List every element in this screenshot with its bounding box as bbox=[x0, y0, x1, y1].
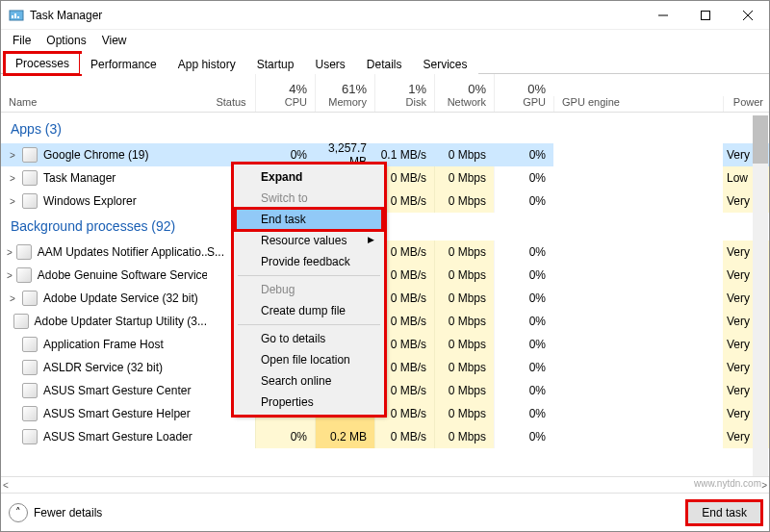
expand-chevron-icon[interactable]: > bbox=[7, 150, 18, 161]
ctx-search-online[interactable]: Search online bbox=[236, 370, 382, 392]
menu-bar: File Options View bbox=[1, 30, 769, 51]
process-name: Adobe Update Service (32 bit) bbox=[43, 291, 198, 305]
cell-network: 0 Mbps bbox=[434, 402, 494, 425]
fewer-details-button[interactable]: ˄ Fewer details bbox=[9, 503, 102, 522]
menu-file[interactable]: File bbox=[5, 32, 38, 49]
scroll-left-icon[interactable]: < bbox=[3, 480, 9, 491]
expand-chevron-icon[interactable]: > bbox=[7, 247, 13, 258]
ctx-resource-values[interactable]: Resource values▶ bbox=[236, 230, 382, 251]
process-row[interactable]: >Adobe Genuine Software Service ...0 MB/… bbox=[1, 264, 769, 287]
chevron-up-icon: ˄ bbox=[9, 503, 28, 522]
col-name[interactable]: Name bbox=[1, 96, 207, 112]
cell-gpu: 0% bbox=[494, 287, 553, 310]
cell-network: 0 Mbps bbox=[434, 166, 494, 190]
process-row[interactable]: >AAM Updates Notifier Applicatio...S...0… bbox=[1, 241, 769, 264]
tab-processes[interactable]: Processes bbox=[5, 53, 80, 74]
scrollbar-thumb[interactable] bbox=[753, 115, 768, 164]
process-name: Task Manager bbox=[43, 171, 116, 185]
tab-startup[interactable]: Startup bbox=[246, 54, 305, 74]
process-icon bbox=[22, 360, 38, 375]
process-row[interactable]: >Windows Explorer0 MB/s0 Mbps0%Very bbox=[1, 190, 769, 213]
process-row[interactable]: ASLDR Service (32 bit)0%0.1 MB0 MB/s0 Mb… bbox=[1, 356, 769, 379]
process-row[interactable]: >Task Manager0 MB/s0 Mbps0%Low bbox=[1, 166, 769, 190]
process-row[interactable]: ASUS Smart Gesture Helper0%0.1 MB0 MB/s0… bbox=[1, 402, 769, 425]
ctx-go-to-details[interactable]: Go to details bbox=[236, 328, 382, 349]
column-headers: Name Status 4%CPU 61%Memory 1%Disk 0%Net… bbox=[1, 74, 769, 113]
end-task-button[interactable]: End task bbox=[687, 501, 761, 524]
cell-gpu: 0% bbox=[494, 190, 553, 213]
process-icon bbox=[22, 147, 38, 163]
tab-performance[interactable]: Performance bbox=[80, 54, 167, 74]
ctx-end-task[interactable]: End task bbox=[236, 209, 382, 230]
cell-gpu-engine bbox=[553, 166, 723, 190]
cell-memory: 0.2 MB bbox=[315, 425, 374, 448]
window-title: Task Manager bbox=[30, 9, 642, 22]
tab-users[interactable]: Users bbox=[304, 54, 355, 74]
cell-gpu-engine bbox=[553, 310, 723, 333]
col-status[interactable]: Status bbox=[207, 96, 255, 112]
cell-network: 0 Mbps bbox=[434, 379, 494, 402]
process-name: ASUS Smart Gesture Helper bbox=[43, 407, 191, 420]
cell-gpu-engine bbox=[553, 190, 723, 213]
cell-network: 0 Mbps bbox=[434, 310, 494, 333]
process-name: ASLDR Service (32 bit) bbox=[43, 361, 163, 374]
scroll-right-icon[interactable]: > bbox=[761, 480, 767, 491]
tab-app-history[interactable]: App history bbox=[167, 54, 246, 74]
ctx-expand[interactable]: Expand bbox=[236, 166, 382, 188]
apps-section-header: Apps (3) bbox=[1, 113, 769, 143]
ctx-open-file-location[interactable]: Open file location bbox=[236, 349, 382, 370]
process-icon bbox=[16, 267, 32, 283]
process-row[interactable]: ASUS Smart Gesture Center0%0.7 MB0 MB/s0… bbox=[1, 379, 769, 402]
tab-services[interactable]: Services bbox=[413, 54, 478, 74]
process-icon bbox=[22, 193, 38, 209]
ctx-provide-feedback[interactable]: Provide feedback bbox=[236, 251, 382, 272]
svg-rect-2 bbox=[14, 13, 16, 18]
separator bbox=[238, 324, 380, 325]
cell-network: 0 Mbps bbox=[434, 190, 494, 213]
cell-gpu: 0% bbox=[494, 356, 553, 379]
expand-chevron-icon[interactable]: > bbox=[7, 293, 18, 304]
process-list[interactable]: Apps (3) >Google Chrome (19)0%3,257.7 MB… bbox=[1, 113, 769, 490]
col-gpu[interactable]: 0%GPU bbox=[494, 74, 553, 112]
ctx-create-dump[interactable]: Create dump file bbox=[236, 300, 382, 321]
tab-details[interactable]: Details bbox=[356, 54, 413, 74]
cell-gpu: 0% bbox=[494, 402, 553, 425]
expand-chevron-icon[interactable]: > bbox=[7, 270, 13, 281]
bg-section-header: Background processes (92) bbox=[1, 213, 769, 241]
col-memory[interactable]: 61%Memory bbox=[315, 74, 374, 112]
cell-gpu-engine bbox=[553, 379, 723, 402]
minimize-button[interactable] bbox=[642, 1, 684, 30]
col-network[interactable]: 0%Network bbox=[434, 74, 494, 112]
cell-gpu: 0% bbox=[494, 264, 553, 287]
vertical-scrollbar[interactable] bbox=[753, 115, 768, 476]
title-bar: Task Manager bbox=[1, 1, 769, 30]
process-icon bbox=[22, 406, 38, 421]
process-name: Windows Explorer bbox=[43, 194, 137, 208]
horizontal-scrollbar[interactable]: < > bbox=[1, 476, 769, 493]
process-row[interactable]: Adobe Updater Startup Utility (3...0%0.1… bbox=[1, 310, 769, 333]
col-disk[interactable]: 1%Disk bbox=[374, 74, 434, 112]
maximize-button[interactable] bbox=[684, 1, 727, 30]
separator bbox=[238, 275, 380, 276]
cell-network: 0 Mbps bbox=[434, 241, 494, 264]
process-row[interactable]: >Google Chrome (19)0%3,257.7 MB0.1 MB/s0… bbox=[1, 143, 769, 166]
process-row[interactable]: >Adobe Update Service (32 bit)0 MB/s0 Mb… bbox=[1, 287, 769, 310]
col-cpu[interactable]: 4%CPU bbox=[255, 74, 315, 112]
col-power[interactable]: Power bbox=[723, 96, 769, 112]
close-button[interactable] bbox=[727, 1, 769, 30]
footer: ˄ Fewer details End task bbox=[1, 493, 769, 531]
expand-chevron-icon[interactable]: > bbox=[7, 173, 18, 184]
cell-gpu-engine bbox=[553, 143, 723, 166]
col-gpu-engine[interactable]: GPU engine bbox=[553, 96, 723, 112]
menu-view[interactable]: View bbox=[94, 32, 135, 49]
cell-network: 0 Mbps bbox=[434, 264, 494, 287]
ctx-properties[interactable]: Properties bbox=[236, 392, 382, 413]
process-row[interactable]: Application Frame Host0%4.6 MB0 MB/s0 Mb… bbox=[1, 333, 769, 356]
process-name: ASUS Smart Gesture Center bbox=[43, 384, 191, 397]
process-row[interactable]: ASUS Smart Gesture Loader0%0.2 MB0 MB/s0… bbox=[1, 425, 769, 448]
cell-network: 0 Mbps bbox=[434, 333, 494, 356]
cell-gpu-engine bbox=[553, 425, 723, 448]
process-name: Adobe Updater Startup Utility (3... bbox=[35, 315, 207, 328]
expand-chevron-icon[interactable]: > bbox=[7, 196, 18, 207]
menu-options[interactable]: Options bbox=[38, 32, 93, 49]
